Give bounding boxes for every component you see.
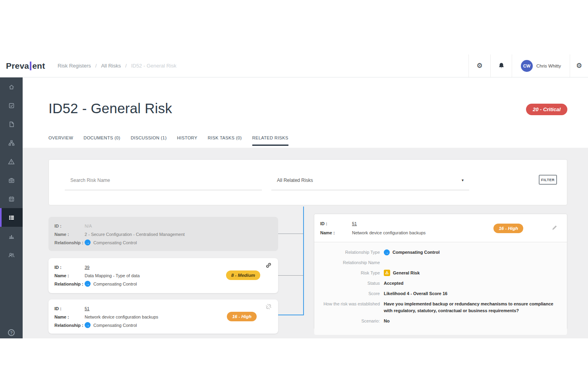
risk-id-link[interactable]: 51 — [85, 306, 89, 311]
detail-panel-header: ID : 51 Name : Network device configurat… — [314, 214, 567, 242]
field-value: Likelihood 4 - Overall Score 16 — [384, 290, 447, 297]
field-label: Scenario: — [320, 318, 380, 324]
detail-id-link[interactable]: 51 — [352, 221, 357, 226]
filter-button[interactable]: FILTER — [539, 175, 557, 185]
name-label: Name : — [54, 232, 85, 237]
id-label: ID : — [54, 306, 85, 311]
relationship-label: Relationship : — [54, 323, 85, 328]
detail-panel: ID : 51 Name : Network device configurat… — [314, 214, 567, 330]
calendar-icon — [8, 196, 15, 202]
logo-cursor-bar — [30, 62, 31, 70]
field-label: Relationship Type — [320, 249, 380, 256]
arrow-circle-right-icon: → — [85, 239, 91, 245]
related-risks-dropdown[interactable]: All Related Risks ▾ — [271, 170, 469, 190]
edit-button[interactable] — [551, 225, 557, 232]
tab-overview[interactable]: OVERVIEW — [48, 135, 73, 146]
detail-field-risk-type: Risk Type ⚠ General Risk — [320, 270, 561, 276]
risk-id-link[interactable]: 39 — [85, 265, 89, 270]
field-value: No — [384, 318, 390, 324]
field-label: Score — [320, 290, 380, 297]
tabs: OVERVIEW DOCUMENTS (0) DISCUSSION (1) HI… — [48, 135, 288, 146]
dropdown-value: All Related Risks — [277, 178, 313, 183]
detail-field-status: Status Accepted — [320, 280, 561, 287]
related-risk-card[interactable]: ID : 39 Name : Data Mapping - Type of da… — [48, 258, 278, 293]
logo-text-right: ent — [32, 61, 45, 71]
bar-chart-icon — [8, 233, 15, 239]
sidebar-item-risk-registers[interactable] — [0, 208, 23, 227]
sidebar-item-reports[interactable] — [0, 227, 23, 245]
logo-text-left: Preva — [6, 61, 29, 71]
risk-name-value: 2 - Secure Configuration - Centralised M… — [85, 232, 185, 237]
sidebar-item-home[interactable] — [0, 77, 23, 96]
sidebar-item-tasks[interactable] — [0, 96, 23, 115]
tab-related-risks[interactable]: RELATED RISKS — [252, 135, 288, 146]
relationship-value: Compensating Control — [93, 282, 137, 286]
field-value: General Risk — [393, 270, 420, 276]
field-label: Relationship Name — [320, 259, 380, 266]
relationship-label: Relationship : — [54, 240, 85, 245]
tab-discussion[interactable]: DISCUSSION (1) — [131, 135, 167, 146]
tab-history[interactable]: HISTORY — [177, 135, 197, 146]
warning-triangle-icon — [8, 158, 15, 165]
related-risk-card: ID : N/A Name : 2 - Secure Configuration… — [48, 217, 278, 251]
detail-name-value: Network device configuration backups — [352, 230, 426, 235]
breadcrumb-separator: / — [95, 63, 97, 69]
table-list-icon — [8, 214, 15, 221]
prevalent-logo[interactable]: Prevaent — [6, 54, 45, 77]
help-button[interactable]: ? — [0, 329, 23, 336]
sidebar: ? — [0, 77, 23, 338]
document-icon — [8, 121, 15, 127]
field-label: Status — [320, 280, 380, 287]
connector-card3-line-selected — [278, 315, 303, 315]
id-label: ID : — [320, 221, 352, 226]
app-settings-button[interactable]: ⚙ — [570, 54, 588, 77]
detail-field-score: Score Likelihood 4 - Overall Score 16 — [320, 290, 561, 297]
topbar-actions: ⚙ CW Chris Whitty ⚙ — [468, 54, 588, 77]
field-value: Have you implemented backup or redundanc… — [384, 301, 561, 314]
risk-name-value: Network device configuration backups — [85, 315, 158, 319]
arrow-circle-right-icon: → — [85, 281, 91, 287]
hierarchy-icon — [8, 140, 15, 146]
help-icon: ? — [8, 329, 15, 336]
sidebar-item-documents[interactable] — [0, 115, 23, 133]
briefcase-icon — [8, 177, 15, 183]
detail-field-relationship-name: Relationship Name — [320, 259, 561, 266]
relationship-label: Relationship : — [54, 282, 85, 286]
avatar: CW — [521, 60, 533, 72]
arrow-circle-right-icon: → — [384, 249, 390, 255]
name-label: Name : — [320, 230, 352, 235]
related-risk-card-selected[interactable]: ID : 51 Name : Network device configurat… — [48, 299, 278, 334]
sidebar-item-hierarchy[interactable] — [0, 133, 23, 152]
name-label: Name : — [54, 315, 85, 319]
notifications-button[interactable] — [490, 54, 512, 77]
sidebar-item-users[interactable] — [0, 245, 23, 264]
detail-field-how-established: How the risk was established Have you im… — [320, 301, 561, 314]
tab-risk-tasks[interactable]: RISK TASKS (0) — [208, 135, 242, 146]
relationship-value: Compensating Control — [93, 240, 137, 245]
settings-button[interactable]: ⚙ — [468, 54, 490, 77]
link-icon[interactable] — [265, 262, 272, 270]
search-input[interactable] — [65, 170, 262, 190]
app-page: Prevaent Risk Registers / All Risks / ID… — [0, 0, 588, 392]
field-label: Risk Type — [320, 270, 380, 276]
active-item-accent-bar — [0, 208, 2, 227]
topbar: Prevaent Risk Registers / All Risks / ID… — [0, 54, 588, 77]
detail-field-scenario: Scenario: No — [320, 318, 561, 324]
score-badge: 16 - High — [493, 224, 523, 233]
sidebar-item-risks[interactable] — [0, 152, 23, 171]
field-value: Accepted — [384, 280, 404, 287]
sidebar-item-calendar[interactable] — [0, 189, 23, 208]
user-name: Chris Whitty — [536, 64, 561, 68]
unlink-icon[interactable] — [265, 303, 272, 311]
breadcrumb-risk-registers[interactable]: Risk Registers — [58, 63, 91, 69]
bell-icon — [498, 62, 505, 69]
id-label: ID : — [54, 224, 85, 228]
user-menu[interactable]: CW Chris Whitty — [512, 54, 570, 77]
pencil-icon — [551, 225, 557, 231]
tab-documents[interactable]: DOCUMENTS (0) — [83, 135, 120, 146]
connector-vertical-line — [303, 207, 304, 315]
breadcrumb-all-risks[interactable]: All Risks — [101, 63, 121, 69]
warning-square-icon: ⚠ — [384, 270, 390, 276]
severity-badge: 20 - Critical — [526, 104, 567, 115]
sidebar-item-vendors[interactable] — [0, 171, 23, 189]
